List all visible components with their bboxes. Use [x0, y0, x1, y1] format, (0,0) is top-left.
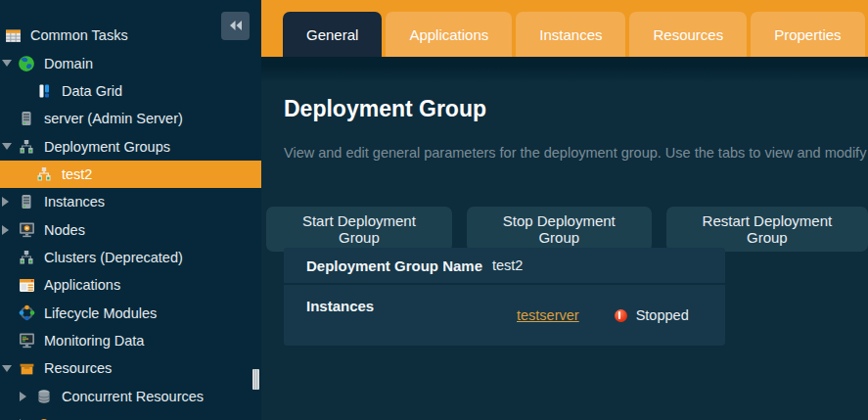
server-icon: [18, 111, 35, 127]
sidebar-item-label: Instances: [44, 194, 105, 210]
table-row-instances: Instances testserver Stopped: [284, 285, 725, 346]
restart-deployment-group-button[interactable]: Restart Deployment Group: [666, 207, 868, 252]
sidebar-collapse-button[interactable]: [221, 12, 250, 40]
sidebar-item-server-admin[interactable]: server (Admin Server): [0, 105, 261, 132]
sidebar-item-label: Resources: [44, 360, 112, 376]
server-icon: [18, 194, 35, 210]
sidebar-item-applications[interactable]: Applications: [0, 271, 261, 299]
instance-link-testserver[interactable]: testserver: [517, 307, 579, 323]
instances-label: Instances: [284, 298, 492, 314]
instance-cell: testserver Stopped: [517, 285, 689, 346]
sidebar-resize-handle[interactable]: [252, 369, 259, 390]
sidebar-item-label: Data Grid: [62, 83, 122, 99]
tab-instances[interactable]: Instances: [516, 12, 625, 57]
start-deployment-group-button[interactable]: Start Deployment Group: [266, 207, 452, 252]
caret-right-icon[interactable]: [2, 197, 18, 207]
deployment-group-details-table: Deployment Group Name test2 Instances te…: [284, 248, 725, 346]
tab-applications[interactable]: Applications: [386, 12, 512, 57]
monitoring-icon: [18, 332, 35, 349]
sidebar-item-data-grid[interactable]: Data Grid: [0, 77, 261, 105]
lifecycle-icon: [18, 304, 35, 321]
cluster-icon: [18, 249, 35, 265]
instance-status-text: Stopped: [636, 307, 689, 323]
sidebar-item-label: Monitoring Data: [44, 333, 144, 349]
sidebar-item-label: server (Admin Server): [44, 111, 183, 126]
sidebar-item-monitoring-data[interactable]: Monitoring Data: [0, 327, 261, 354]
caret-right-icon[interactable]: [2, 225, 18, 235]
double-chevron-left-icon: [229, 19, 243, 33]
caret-down-icon[interactable]: [2, 60, 18, 67]
cluster-icon: [35, 165, 53, 182]
sidebar-item-deployment-groups[interactable]: Deployment Groups: [0, 132, 261, 160]
caret-down-icon[interactable]: [2, 143, 18, 150]
table-row-name: Deployment Group Name test2: [284, 248, 725, 283]
tab-resources[interactable]: Resources: [629, 12, 747, 57]
globe-icon: [18, 55, 35, 71]
sidebar-item-label: test2: [62, 166, 92, 182]
sidebar-item-label: Common Tasks: [30, 27, 128, 43]
sidebar-item-label: Nodes: [44, 222, 85, 238]
sidebar-item-label: Applications: [44, 277, 120, 293]
database-icon: [35, 388, 53, 404]
action-buttons: Start Deployment Group Stop Deployment G…: [266, 207, 868, 252]
node-monitor-icon: [18, 221, 35, 238]
connector-icon: [35, 415, 53, 420]
main-panel: General Applications Instances Resources…: [261, 0, 868, 420]
sidebar-item-label: Concurrent Resources: [62, 389, 204, 404]
tab-properties[interactable]: Properties: [751, 12, 864, 57]
deployment-group-name-value: test2: [492, 257, 523, 273]
sidebar-item-domain[interactable]: Domain: [0, 49, 261, 76]
navigation-tree: Common Tasks Domain Data Grid: [0, 0, 261, 420]
page-description: View and edit general parameters for the…: [284, 145, 868, 161]
page-title: Deployment Group: [284, 96, 486, 122]
tasks-table-icon: [4, 27, 22, 44]
data-grid-icon: [35, 82, 53, 99]
sidebar-item-label: Clusters (Deprecated): [44, 250, 183, 265]
caret-down-icon[interactable]: [2, 365, 18, 372]
tab-general[interactable]: General: [283, 12, 382, 57]
sidebar-item-concurrent-resources[interactable]: Concurrent Resources: [0, 382, 261, 409]
sidebar-item-resources[interactable]: Resources: [0, 354, 261, 382]
sidebar-item-clusters[interactable]: Clusters (Deprecated): [0, 244, 261, 271]
sidebar-item-nodes[interactable]: Nodes: [0, 215, 261, 243]
sidebar-item-lifecycle-modules[interactable]: Lifecycle Modules: [0, 299, 261, 326]
applications-icon: [18, 277, 35, 294]
stopped-status-icon: [615, 309, 627, 322]
deployment-group-name-label: Deployment Group Name: [284, 257, 492, 274]
resources-box-icon: [18, 360, 35, 377]
stop-deployment-group-button[interactable]: Stop Deployment Group: [467, 207, 652, 252]
caret-right-icon[interactable]: [20, 392, 35, 401]
sidebar-item-test2[interactable]: test2: [0, 161, 261, 188]
content-area: Deployment Group View and edit general p…: [261, 57, 868, 420]
admin-console: Common Tasks Domain Data Grid: [0, 0, 868, 420]
sidebar-item-instances[interactable]: Instances: [0, 188, 261, 215]
cluster-icon: [18, 138, 35, 155]
sidebar-item-label: Lifecycle Modules: [44, 305, 157, 321]
sidebar-item-cut-off[interactable]: [0, 410, 261, 420]
sidebar: Common Tasks Domain Data Grid: [0, 0, 261, 420]
tab-bar: General Applications Instances Resources…: [261, 0, 868, 57]
sidebar-item-label: Domain: [44, 56, 93, 71]
sidebar-item-label: Deployment Groups: [44, 139, 170, 155]
